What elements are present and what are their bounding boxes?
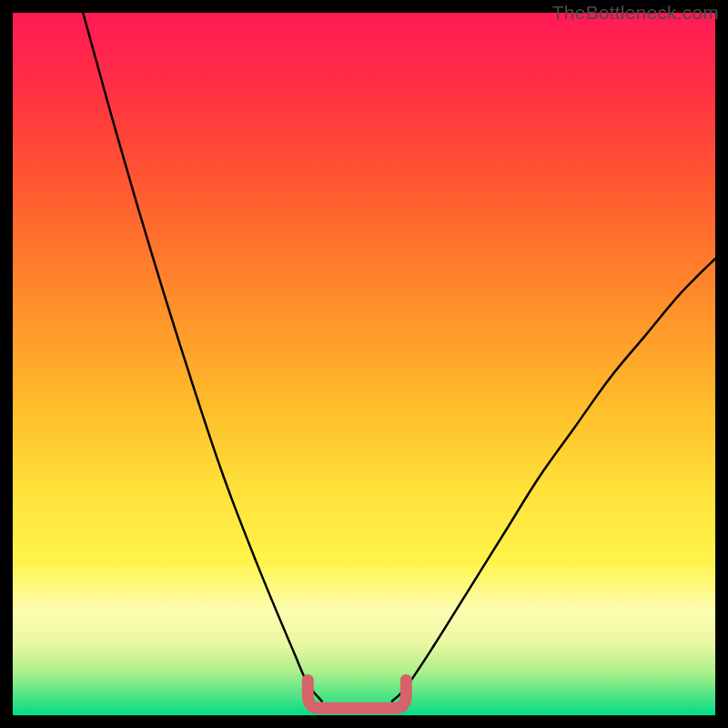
optimal-range-bracket [308,680,406,708]
plot-area [13,13,715,715]
bottleneck-curve-left [83,13,321,702]
chart-canvas: TheBottleneck.com [0,0,728,728]
watermark-text: TheBottleneck.com [552,2,719,24]
curve-layer [13,13,715,715]
bottleneck-curve-right [392,258,715,701]
